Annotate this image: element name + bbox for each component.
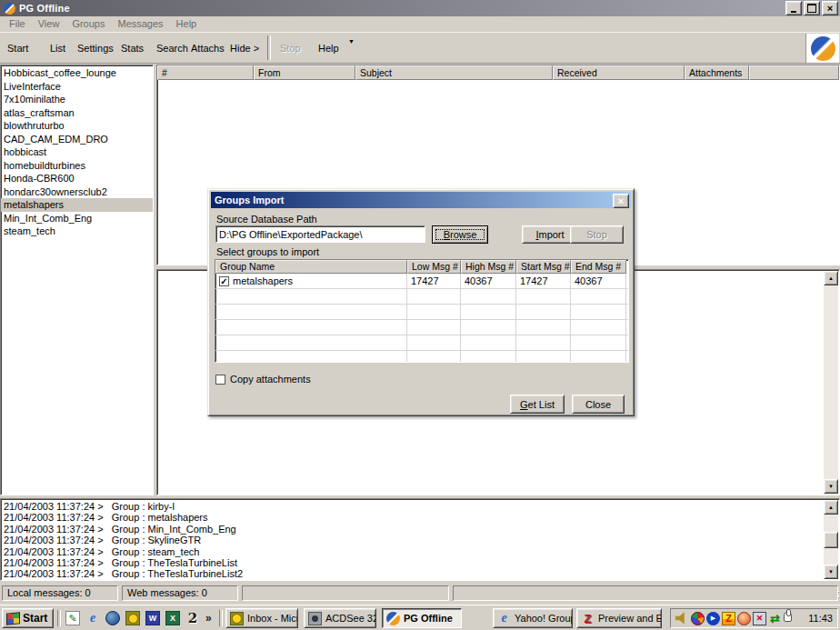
face-icon[interactable] — [737, 612, 751, 625]
start-button[interactable]: Start — [2, 608, 54, 628]
empty-cell — [571, 351, 626, 363]
sidebar-group-item[interactable]: LiveInterface — [1, 80, 153, 94]
system-tray: ▶Z✕⇄ 11:43 — [670, 608, 838, 628]
word-icon[interactable]: W — [145, 611, 160, 625]
sidebar-group-item[interactable]: metalshapers — [1, 198, 153, 212]
column-header-#[interactable]: # — [157, 65, 254, 80]
sidebar-group-item[interactable]: atlas_craftsman — [1, 106, 153, 120]
help-dropdown-icon[interactable]: ▼ — [348, 38, 355, 45]
log-line: 21/04/2003 11:37:24 > Group : TheTeslaTu… — [4, 557, 836, 568]
task-button[interactable]: PG Offline — [382, 608, 462, 628]
empty-table-row — [215, 305, 628, 320]
globe-icon[interactable] — [105, 611, 120, 625]
dialog-close-icon[interactable]: × — [613, 194, 629, 208]
toolbar-list-button[interactable]: List — [50, 43, 65, 54]
log-scrollbar[interactable]: ▲ ▼ — [824, 500, 838, 579]
sidebar-group-item[interactable]: CAD_CAM_EDM_DRO — [1, 133, 153, 146]
empty-cell — [215, 320, 407, 335]
menu-file[interactable]: File — [3, 18, 32, 29]
internet-explorer-icon[interactable]: e — [85, 611, 100, 625]
status-panel — [242, 585, 449, 601]
zonealarm-icon[interactable]: Z — [722, 612, 735, 625]
source-path-input[interactable] — [215, 225, 425, 243]
z-logo-icon: Z — [581, 612, 595, 625]
message-list-header: #FromSubjectReceivedAttachments — [157, 65, 839, 80]
empty-cell — [461, 335, 516, 350]
log-line: 21/04/2003 11:37:24 > Group : Min_Int_Co… — [4, 524, 836, 535]
browse-button[interactable]: Browse — [432, 225, 488, 244]
sync-arrows-icon[interactable]: ⇄ — [768, 612, 782, 625]
new-note-icon[interactable]: ✎ — [65, 611, 80, 625]
menu-help[interactable]: Help — [170, 18, 204, 29]
toolbar-hide-button[interactable]: Hide > — [230, 43, 259, 54]
groups-column-startmsg#[interactable]: Start Msg # — [516, 260, 571, 274]
scroll-down-icon[interactable]: ▼ — [824, 565, 838, 579]
sidebar-group-item[interactable]: Min_Int_Comb_Eng — [1, 212, 153, 225]
task-button[interactable]: ACDSee 32 v2... — [304, 608, 376, 628]
toolbar-stop-button[interactable]: Stop — [280, 43, 301, 54]
copy-attachments-option[interactable]: Copy attachments — [215, 374, 311, 385]
maximize-button[interactable] — [804, 1, 820, 15]
scroll-up-icon[interactable]: ▲ — [824, 500, 838, 515]
sidebar-group-item[interactable]: hobbicast — [1, 145, 153, 159]
sidebar-group-item[interactable]: Hobbicast_coffee_lounge — [1, 66, 153, 80]
sidebar-group-item[interactable]: hondarc30ownersclub2 — [1, 185, 153, 199]
scroll-down-icon[interactable]: ▼ — [824, 479, 838, 494]
menu-view[interactable]: View — [32, 18, 66, 29]
copy-attachments-checkbox[interactable] — [215, 375, 225, 385]
task-button[interactable]: Inbox - Micros... — [225, 608, 298, 628]
quick-launch-overflow-icon[interactable]: » — [205, 612, 212, 625]
groups-column-highmsg#[interactable]: High Msg # — [461, 260, 516, 274]
column-header-subject[interactable]: Subject — [355, 65, 553, 80]
msg-number-cell: 40367 — [571, 274, 626, 288]
close-button[interactable]: × — [822, 1, 838, 15]
get-list-button[interactable]: Get List — [510, 395, 565, 414]
column-header-attachments[interactable]: Attachments — [685, 65, 749, 80]
task-label: Preview and E... — [598, 613, 662, 624]
empty-cell — [516, 320, 571, 335]
scrollbar-thumb[interactable] — [824, 532, 838, 548]
groups-column-endmsg#[interactable]: End Msg # — [571, 260, 626, 274]
column-header-from[interactable]: From — [254, 65, 355, 80]
minimize-button[interactable] — [785, 1, 802, 15]
toolbar-start-button[interactable]: Start — [7, 43, 28, 54]
groups-column-lowmsg#[interactable]: Low Msg # — [407, 260, 461, 274]
excel-icon[interactable]: X — [165, 611, 180, 625]
group-name: metalshapers — [233, 275, 293, 286]
sidebar-group-item[interactable]: blowthruturbo — [1, 119, 153, 133]
groups-column-groupname[interactable]: Group Name — [215, 260, 407, 274]
play-icon[interactable]: ▶ — [706, 612, 720, 625]
empty-cell — [407, 289, 461, 304]
mail-clock-icon[interactable] — [125, 611, 140, 625]
empty-cell — [215, 335, 407, 350]
toolbar-search-button[interactable]: Search — [156, 43, 188, 54]
source-path-label: Source Database Path — [216, 214, 317, 225]
toolbar-attachs-button[interactable]: Attachs — [191, 43, 225, 54]
sidebar-group-item[interactable]: Honda-CBR600 — [1, 172, 153, 185]
network-error-icon[interactable]: ✕ — [753, 612, 766, 625]
empty-cell — [516, 305, 571, 319]
column-header-received[interactable]: Received — [553, 65, 685, 80]
hand-pointer-icon[interactable] — [784, 612, 792, 622]
color-wheel-icon[interactable] — [691, 612, 705, 625]
preview-scrollbar[interactable]: ▲ ▼ — [824, 271, 838, 494]
dialog-close-button[interactable]: Close — [572, 395, 625, 414]
volume-icon[interactable] — [675, 612, 689, 625]
group-checkbox[interactable]: ✓ — [219, 276, 229, 286]
scroll-up-icon[interactable]: ▲ — [824, 271, 838, 285]
menu-messages[interactable]: Messages — [111, 18, 169, 29]
toolbar-settings-button[interactable]: Settings — [77, 43, 114, 54]
groups-table-row[interactable]: ✓metalshapers17427403671742740367 — [215, 274, 628, 289]
task-label: PG Offline — [404, 613, 453, 624]
numeral-2-icon[interactable]: 2 — [185, 611, 200, 625]
task-button[interactable]: eYahoo! Group... — [493, 608, 573, 628]
sidebar-group-item[interactable]: homebuildturbines — [1, 159, 153, 173]
task-button[interactable]: ZPreview and E... — [576, 608, 662, 628]
empty-cell — [215, 305, 407, 319]
toolbar-stats-button[interactable]: Stats — [121, 43, 144, 54]
toolbar-help-button[interactable]: Help — [318, 43, 339, 54]
sidebar-group-item[interactable]: 7x10minilathe — [1, 93, 153, 106]
stop-button[interactable]: Stop — [570, 225, 624, 244]
menu-groups[interactable]: Groups — [65, 18, 111, 29]
sidebar-group-item[interactable]: steam_tech — [1, 225, 153, 238]
